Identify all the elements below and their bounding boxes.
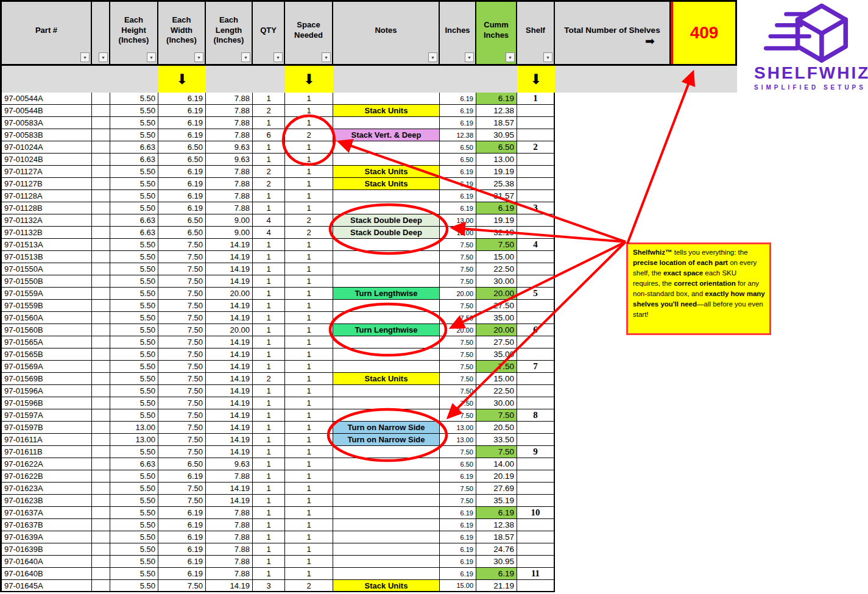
cell-width[interactable]: 7.50: [158, 446, 206, 458]
cell-height[interactable]: 5.50: [110, 202, 158, 214]
cell-note[interactable]: [333, 507, 440, 519]
cell-part[interactable]: 97-01559B: [2, 300, 92, 312]
cell-inches[interactable]: 7.50: [440, 336, 476, 348]
cell-qty[interactable]: 1: [253, 531, 285, 543]
cell-qty[interactable]: 1: [253, 397, 285, 409]
cell-note[interactable]: [333, 495, 440, 507]
cell-width[interactable]: 7.50: [158, 312, 206, 324]
cell-part[interactable]: 97-01645A: [2, 580, 92, 592]
cell-part[interactable]: 97-01132B: [2, 227, 92, 239]
cell-space-needed[interactable]: 2: [285, 580, 333, 592]
cell-width[interactable]: 6.50: [158, 458, 206, 470]
cell-part[interactable]: 97-01597A: [2, 409, 92, 422]
cell-part[interactable]: 97-01132A: [2, 214, 92, 227]
cell-cumm-inches[interactable]: 6.19: [476, 507, 517, 519]
cell-shelf[interactable]: [517, 543, 555, 556]
cell-length[interactable]: 14.19: [206, 483, 253, 495]
cell-cumm-inches[interactable]: 7.50: [476, 409, 517, 422]
cell-qty[interactable]: 1: [253, 300, 285, 312]
cell-part[interactable]: 97-01560A: [2, 312, 92, 324]
cell-height[interactable]: 5.50: [110, 251, 158, 263]
cell-space-needed[interactable]: 1: [285, 434, 333, 446]
cell-blank[interactable]: [92, 312, 110, 324]
cell-blank[interactable]: [92, 458, 110, 470]
cell-note[interactable]: [333, 141, 440, 154]
cell-width[interactable]: 6.19: [158, 202, 206, 214]
cell-shelf[interactable]: [517, 495, 555, 507]
cell-height[interactable]: 5.50: [110, 324, 158, 336]
cell-shelf[interactable]: 5: [517, 288, 555, 300]
cell-cumm-inches[interactable]: 35.00: [476, 348, 517, 361]
cell-note[interactable]: [333, 154, 440, 166]
cell-space-needed[interactable]: 1: [285, 202, 333, 214]
total-shelves-value[interactable]: 409: [671, 2, 737, 64]
cell-cumm-inches[interactable]: 12.38: [476, 105, 517, 117]
cell-note[interactable]: [333, 458, 440, 470]
cell-width[interactable]: 7.50: [158, 251, 206, 263]
cell-length[interactable]: 14.19: [206, 385, 253, 397]
cell-part[interactable]: 97-01611B: [2, 446, 92, 458]
cell-width[interactable]: 7.50: [158, 348, 206, 361]
cell-inches[interactable]: 7.50: [440, 239, 476, 251]
header-inches[interactable]: Inches▼: [440, 2, 476, 64]
cell-qty[interactable]: 1: [253, 470, 285, 483]
cell-cumm-inches[interactable]: 35.19: [476, 495, 517, 507]
sort-arrow-shelf[interactable]: ⬇: [517, 66, 555, 93]
cell-height[interactable]: 5.50: [110, 166, 158, 178]
cell-cumm-inches[interactable]: 30.95: [476, 556, 517, 568]
cell-length[interactable]: 9.00: [206, 214, 253, 227]
cell-width[interactable]: 7.50: [158, 288, 206, 300]
cell-height[interactable]: 5.50: [110, 239, 158, 251]
cell-part[interactable]: 97-01623A: [2, 483, 92, 495]
cell-qty[interactable]: 2: [253, 166, 285, 178]
cell-space-needed[interactable]: 1: [285, 263, 333, 275]
cell-cumm-inches[interactable]: 18.57: [476, 531, 517, 543]
filter-dropdown-icon[interactable]: ▼: [543, 52, 552, 62]
cell-space-needed[interactable]: 1: [285, 385, 333, 397]
cell-space-needed[interactable]: 1: [285, 93, 333, 105]
cell-width[interactable]: 6.19: [158, 543, 206, 556]
cell-width[interactable]: 7.50: [158, 483, 206, 495]
cell-blank[interactable]: [92, 385, 110, 397]
cell-height[interactable]: 13.00: [110, 422, 158, 434]
cell-height[interactable]: 6.63: [110, 458, 158, 470]
cell-qty[interactable]: 1: [253, 434, 285, 446]
filter-dropdown-icon[interactable]: ▼: [465, 52, 474, 62]
cell-part[interactable]: 97-01565A: [2, 336, 92, 348]
cell-shelf[interactable]: [517, 336, 555, 348]
cell-part[interactable]: 97-01639A: [2, 531, 92, 543]
cell-cumm-inches[interactable]: 7.50: [476, 239, 517, 251]
cell-length[interactable]: 9.63: [206, 141, 253, 154]
cell-cumm-inches[interactable]: 25.38: [476, 178, 517, 190]
cell-shelf[interactable]: [517, 519, 555, 531]
cell-shelf[interactable]: [517, 470, 555, 483]
cell-blank[interactable]: [92, 531, 110, 543]
cell-qty[interactable]: 1: [253, 239, 285, 251]
cell-inches[interactable]: 13.00: [440, 434, 476, 446]
cell-qty[interactable]: 1: [253, 348, 285, 361]
cell-height[interactable]: 5.50: [110, 556, 158, 568]
cell-qty[interactable]: 4: [253, 214, 285, 227]
cell-inches[interactable]: 7.50: [440, 263, 476, 275]
cell-qty[interactable]: 1: [253, 507, 285, 519]
cell-qty[interactable]: 2: [253, 105, 285, 117]
cell-width[interactable]: 7.50: [158, 409, 206, 422]
cell-height[interactable]: 5.50: [110, 385, 158, 397]
filter-dropdown-icon[interactable]: ▼: [241, 52, 250, 62]
cell-part[interactable]: 97-01596A: [2, 385, 92, 397]
cell-qty[interactable]: 3: [253, 580, 285, 592]
cell-length[interactable]: 14.19: [206, 422, 253, 434]
cell-blank[interactable]: [92, 300, 110, 312]
cell-shelf[interactable]: [517, 178, 555, 190]
cell-qty[interactable]: 1: [253, 361, 285, 373]
cell-height[interactable]: 5.50: [110, 397, 158, 409]
cell-part[interactable]: 97-01640B: [2, 568, 92, 580]
cell-width[interactable]: 7.50: [158, 397, 206, 409]
cell-shelf[interactable]: [517, 263, 555, 275]
cell-blank[interactable]: [92, 117, 110, 129]
cell-height[interactable]: 5.50: [110, 93, 158, 105]
cell-width[interactable]: 6.19: [158, 556, 206, 568]
cell-inches[interactable]: 15.00: [440, 580, 476, 592]
cell-shelf[interactable]: 9: [517, 446, 555, 458]
cell-length[interactable]: 7.88: [206, 507, 253, 519]
